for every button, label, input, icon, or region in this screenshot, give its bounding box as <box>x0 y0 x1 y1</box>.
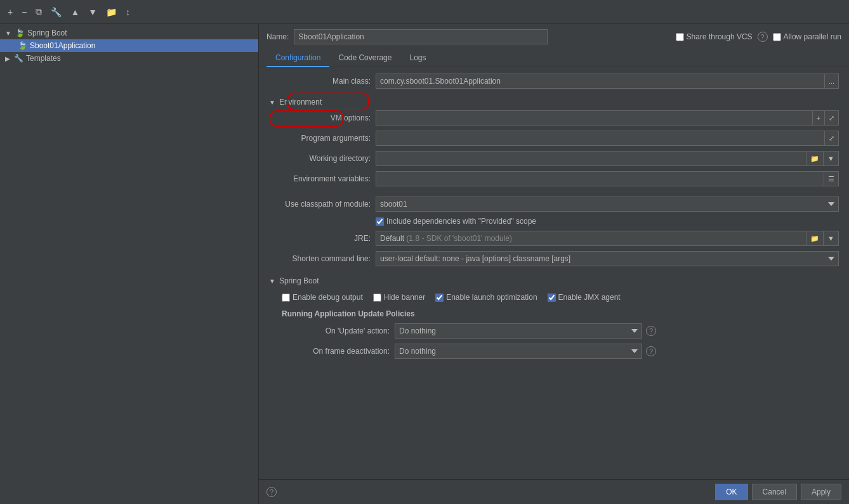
allow-parallel-label[interactable]: Allow parallel run <box>773 32 841 41</box>
down-icon[interactable]: ▼ <box>86 6 100 18</box>
program-args-expand-button[interactable]: ⤢ <box>825 131 839 146</box>
working-dir-input[interactable] <box>376 151 806 166</box>
sidebar: ▼ 🍃 Spring Boot 🍃 Sboot01Application ▶ 🔧… <box>0 24 259 504</box>
program-args-row: Program arguments: ⤢ <box>269 131 839 146</box>
main-layout: ▼ 🍃 Spring Boot 🍃 Sboot01Application ▶ 🔧… <box>0 24 849 504</box>
program-args-input-group: ⤢ <box>376 131 839 146</box>
enable-debug-checkbox[interactable] <box>282 294 290 302</box>
share-vcs-checkbox[interactable] <box>676 33 684 41</box>
tab-configuration[interactable]: Configuration <box>267 49 329 67</box>
jre-dropdown-button[interactable]: ▼ <box>824 231 839 246</box>
classpath-label: Use classpath of module: <box>269 200 371 209</box>
vm-options-input[interactable] <box>376 110 813 126</box>
spring-boot-options: Enable debug output Hide banner Enable l… <box>269 289 839 306</box>
working-dir-dropdown-button[interactable]: ▼ <box>824 151 839 166</box>
update-action-label: On 'Update' action: <box>282 326 390 335</box>
env-variables-input[interactable] <box>376 171 824 186</box>
enable-jmx-label[interactable]: Enable JMX agent <box>548 293 621 302</box>
enable-launch-label[interactable]: Enable launch optimization <box>435 293 537 302</box>
tab-logs[interactable]: Logs <box>400 49 435 67</box>
spacer <box>269 191 839 197</box>
vm-options-input-group: + ⤢ <box>376 110 839 126</box>
spring-boot-arrow-icon: ▼ <box>269 278 275 285</box>
sidebar-item-label: Templates <box>26 54 61 63</box>
up-icon[interactable]: ▲ <box>68 6 82 18</box>
sort-icon[interactable]: ↕ <box>123 6 133 18</box>
bottom-help-icon[interactable]: ? <box>267 487 277 497</box>
program-args-input[interactable] <box>376 131 825 146</box>
environment-label: Environment <box>279 98 322 107</box>
frame-deactivation-row: On frame deactivation: Do nothing Update… <box>282 344 839 359</box>
environment-section-header[interactable]: ▼ Environment <box>269 94 839 110</box>
main-class-row: Main class: ... <box>269 74 839 89</box>
vm-options-expand-button[interactable]: + <box>813 110 825 126</box>
enable-launch-checkbox[interactable] <box>435 294 444 302</box>
arrow-icon: ▼ <box>5 30 11 37</box>
sidebar-item-sboot01app[interactable]: 🍃 Sboot01Application <box>0 39 258 52</box>
shorten-cmd-row: Shorten command line: user-local default… <box>269 251 839 266</box>
update-action-row: On 'Update' action: Do nothing Update cl… <box>282 323 839 339</box>
jre-display: Default (1.8 - SDK of 'sboot01' module) <box>376 231 806 246</box>
program-args-label: Program arguments: <box>269 134 371 143</box>
vm-options-wrap: VM options: + ⤢ <box>269 110 839 126</box>
update-action-help-icon[interactable]: ? <box>646 326 656 336</box>
env-variables-edit-button[interactable]: ☰ <box>824 171 839 186</box>
tab-code-coverage[interactable]: Code Coverage <box>329 49 400 67</box>
main-class-browse-button[interactable]: ... <box>825 74 839 89</box>
sidebar-item-label: Spring Boot <box>27 29 67 37</box>
update-action-select[interactable]: Do nothing Update classes and resources … <box>395 323 642 339</box>
enable-debug-label[interactable]: Enable debug output <box>282 293 363 302</box>
toolbar: + − ⧉ 🔧 ▲ ▼ 📁 ↕ <box>0 0 849 24</box>
working-dir-input-group: 📁 ▼ <box>376 151 839 166</box>
env-variables-label: Environment variables: <box>269 174 371 183</box>
jre-input-group: Default (1.8 - SDK of 'sboot01' module) … <box>376 231 839 246</box>
form-content: Main class: ... ▼ Environment VM options… <box>259 67 849 479</box>
vm-options-fullscreen-button[interactable]: ⤢ <box>825 110 839 126</box>
minus-icon[interactable]: − <box>19 6 29 18</box>
classpath-row: Use classpath of module: sboot01 <box>269 197 839 212</box>
shorten-cmd-select[interactable]: user-local default: none - java [options… <box>376 251 839 266</box>
bottom-bar: ? OK Cancel Apply <box>259 479 849 504</box>
apply-button[interactable]: Apply <box>801 484 841 500</box>
frame-deactivation-select[interactable]: Do nothing Update classes and resources … <box>395 344 642 359</box>
share-vcs-label[interactable]: Share through VCS <box>676 32 753 41</box>
working-dir-label: Working directory: <box>269 154 371 163</box>
working-dir-row: Working directory: 📁 ▼ <box>269 151 839 166</box>
jre-default-text: Default <box>380 234 404 243</box>
app-icon: 🍃 <box>18 41 27 50</box>
policies-section: Running Application Update Policies On '… <box>269 306 839 368</box>
bottom-left: ? <box>267 487 277 497</box>
sidebar-item-templates[interactable]: ▶ 🔧 Templates <box>0 52 258 65</box>
hide-banner-checkbox[interactable] <box>373 294 381 302</box>
shorten-cmd-label: Shorten command line: <box>269 254 371 263</box>
hide-banner-label[interactable]: Hide banner <box>373 293 425 302</box>
env-variables-input-group: ☰ <box>376 171 839 186</box>
cancel-button[interactable]: Cancel <box>752 484 797 500</box>
enable-jmx-checkbox[interactable] <box>548 294 556 302</box>
vcs-help-icon[interactable]: ? <box>758 32 768 42</box>
name-input[interactable] <box>294 29 548 44</box>
allow-parallel-checkbox[interactable] <box>773 33 781 41</box>
jre-browse-button[interactable]: 📁 <box>806 231 824 246</box>
include-deps-checkbox[interactable] <box>376 217 384 226</box>
jre-sdk-text: (1.8 - SDK of 'sboot01' module) <box>406 234 512 243</box>
add-icon[interactable]: + <box>5 6 15 18</box>
update-action-select-wrap: Do nothing Update classes and resources … <box>395 323 656 339</box>
copy-icon[interactable]: ⧉ <box>33 5 44 18</box>
classpath-select[interactable]: sboot01 <box>376 197 839 212</box>
settings-icon[interactable]: 🔧 <box>48 6 64 18</box>
bottom-right: OK Cancel Apply <box>715 484 841 500</box>
ok-button[interactable]: OK <box>715 484 747 500</box>
include-deps-row: Include dependencies with "Provided" sco… <box>269 217 839 226</box>
include-deps-label[interactable]: Include dependencies with "Provided" sco… <box>376 217 536 226</box>
jre-label: JRE: <box>269 234 371 243</box>
name-right-controls: Share through VCS ? Allow parallel run <box>676 32 841 42</box>
spring-boot-section-header[interactable]: ▼ Spring Boot <box>269 273 839 289</box>
sidebar-item-spring-boot[interactable]: ▼ 🍃 Spring Boot <box>0 27 258 39</box>
main-class-input[interactable] <box>376 74 825 89</box>
sidebar-item-label: Sboot01Application <box>30 41 95 50</box>
working-dir-browse-button[interactable]: 📁 <box>806 151 824 166</box>
folder-icon[interactable]: 📁 <box>103 6 119 18</box>
frame-deactivation-help-icon[interactable]: ? <box>646 346 656 356</box>
spring-boot-section: ▼ Spring Boot Enable debug output Hide b… <box>269 273 839 368</box>
